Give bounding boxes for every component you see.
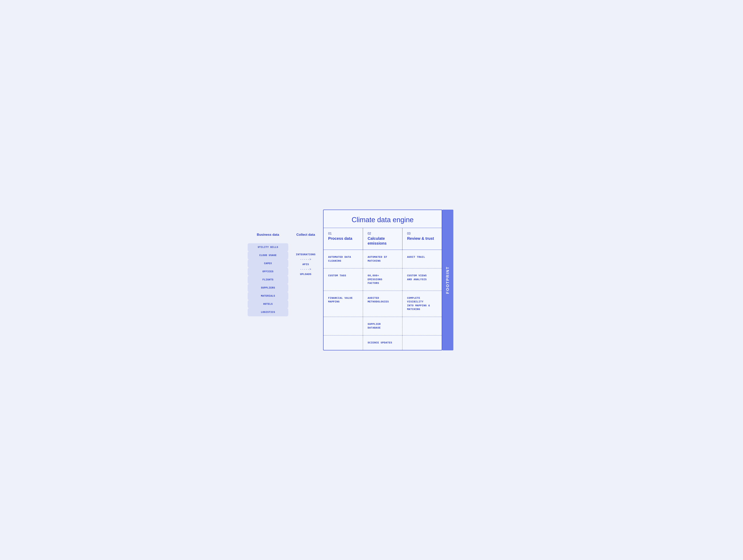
table-row: FINANCIAL VALUE MAPPINGAUDITED METHODOLO… bbox=[323, 291, 442, 317]
column-header-1: 01Process data bbox=[323, 228, 363, 250]
arrow-indicator: ·····> bbox=[300, 267, 311, 272]
table-cell bbox=[323, 317, 363, 335]
business-data-pill: SUPPLIERS bbox=[248, 284, 288, 292]
business-data-pill: UTILITY BILLS bbox=[248, 243, 288, 251]
table-row: SCIENCE UPDATES bbox=[323, 335, 442, 350]
table-cell: CUSTOM TAGS bbox=[323, 268, 363, 291]
business-data-header: Business data bbox=[248, 233, 288, 241]
collect-data-column: Collect data INTEGRATIONS·····>APIS·····… bbox=[288, 233, 323, 316]
business-pills-container: UTILITY BILLSCLOUD USAGECAPEXOFFICESFLIG… bbox=[248, 243, 288, 316]
business-data-pill: OFFICES bbox=[248, 268, 288, 276]
table-cell bbox=[402, 335, 442, 350]
table-row: AUTOMATED DATA CLEANINGAUTOMATED EF MATC… bbox=[323, 250, 442, 268]
columns-header-row: 01Process data02Calculate emissions03Rev… bbox=[323, 228, 442, 250]
column-title: Calculate emissions bbox=[367, 236, 398, 246]
column-number: 03 bbox=[407, 232, 438, 235]
table-row: CUSTOM TAGS60,000+ EMISSIONS FACTORSCUST… bbox=[323, 268, 442, 291]
arrow-indicator: ·····> bbox=[300, 257, 311, 262]
business-data-pill: FLIGHTS bbox=[248, 276, 288, 284]
column-number: 02 bbox=[367, 232, 398, 235]
column-title: Review & trust bbox=[407, 236, 438, 241]
table-cell: AUTOMATED EF MATCHING bbox=[363, 250, 402, 268]
main-right-wrapper: Climate data engine 01Process data02Calc… bbox=[323, 209, 453, 351]
table-cell: AUDITED METHODOLOGIES bbox=[363, 291, 402, 317]
data-rows-container: AUTOMATED DATA CLEANINGAUTOMATED EF MATC… bbox=[323, 250, 442, 350]
business-data-pill: CLOUD USAGE bbox=[248, 251, 288, 260]
climate-data-engine-table: Climate data engine 01Process data02Calc… bbox=[323, 209, 442, 351]
left-section: Business data UTILITY BILLSCLOUD USAGECA… bbox=[248, 209, 323, 316]
page-wrapper: Business data UTILITY BILLSCLOUD USAGECA… bbox=[248, 209, 495, 351]
collect-data-header: Collect data bbox=[296, 233, 315, 241]
table-cell bbox=[402, 317, 442, 335]
footprint-sidebar: FOOTPRINT bbox=[442, 209, 453, 351]
collect-item-label: INTEGRATIONS bbox=[296, 252, 315, 257]
table-cell: FINANCIAL VALUE MAPPING bbox=[323, 291, 363, 317]
table-cell: AUDIT TRAIL bbox=[402, 250, 442, 268]
collect-item-label: UPLOADS bbox=[300, 272, 311, 277]
table-cell: SUPPLIER DATABASE bbox=[363, 317, 402, 335]
table-cell: AUTOMATED DATA CLEANING bbox=[323, 250, 363, 268]
column-header-2: 02Calculate emissions bbox=[363, 228, 402, 250]
table-row: SUPPLIER DATABASE bbox=[323, 317, 442, 335]
table-cell bbox=[323, 335, 363, 350]
collect-item-label: APIS bbox=[302, 262, 309, 267]
business-data-pill: MATERIALS bbox=[248, 292, 288, 300]
column-title: Process data bbox=[328, 236, 359, 241]
business-data-pill: LOGISTICS bbox=[248, 308, 288, 316]
business-data-column: Business data UTILITY BILLSCLOUD USAGECA… bbox=[248, 233, 288, 316]
table-title: Climate data engine bbox=[323, 210, 442, 228]
table-cell: 60,000+ EMISSIONS FACTORS bbox=[363, 268, 402, 291]
business-data-pill: HOTELS bbox=[248, 300, 288, 308]
business-data-pill: CAPEX bbox=[248, 260, 288, 268]
table-cell: COMPLETE VISIBILITY INTO MAPPING & MATCH… bbox=[402, 291, 442, 317]
footprint-label: FOOTPRINT bbox=[445, 266, 450, 294]
collect-items-container: INTEGRATIONS·····>APIS·····>UPLOADS bbox=[296, 241, 315, 277]
table-cell: SCIENCE UPDATES bbox=[363, 335, 402, 350]
column-header-3: 03Review & trust bbox=[402, 228, 442, 250]
column-number: 01 bbox=[328, 232, 359, 235]
table-cell: CUSTOM VIEWS AND ANALYSIS bbox=[402, 268, 442, 291]
